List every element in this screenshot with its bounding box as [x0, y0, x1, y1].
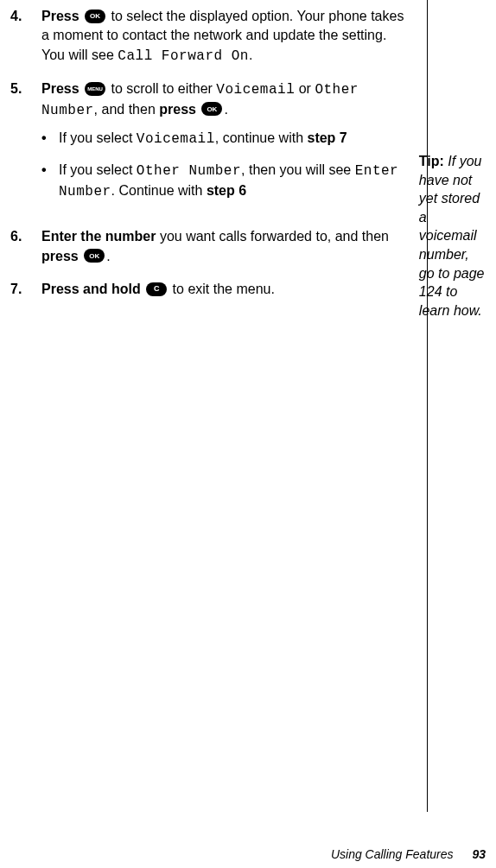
c-icon: C: [146, 282, 167, 296]
step-7-text1: to exit the menu.: [173, 282, 275, 296]
step-5-sub2-text1: If you select: [59, 162, 137, 177]
step-5-body: Press MENU to scroll to either Voicemail…: [41, 79, 410, 213]
step-5-sub2-bold: step 6: [207, 183, 246, 198]
step-5-sub1-text2: , continue with: [215, 130, 308, 145]
step-5-sub2-text2: , then you will see: [241, 162, 355, 177]
step-5-number: 5.: [10, 79, 41, 213]
step-4-press: Press: [41, 9, 79, 23]
page-content: 4. Press OK to select the displayed opti…: [0, 0, 496, 842]
step-5-lcd1: Voicemail: [216, 82, 295, 98]
ok-icon: OK: [84, 249, 105, 263]
step-5-text2: or: [299, 81, 315, 96]
step-5-text3: , and then: [94, 102, 160, 117]
step-7-body: Press and hold C to exit the menu.: [41, 280, 410, 299]
step-5-sub1-lcd1: Voicemail: [137, 131, 215, 147]
step-4-number: 4.: [10, 7, 41, 66]
step-6: 6. Enter the number you want calls forwa…: [10, 227, 410, 266]
footer-section: Using Calling Features: [331, 847, 454, 861]
step-7-number: 7.: [10, 280, 41, 299]
menu-icon: MENU: [85, 82, 105, 96]
step-5-press: Press: [41, 81, 79, 96]
step-6-press: press: [41, 249, 79, 263]
main-column: 4. Press OK to select the displayed opti…: [10, 7, 417, 816]
step-5-press2: press: [159, 102, 196, 117]
page-footer: Using Calling Features 93: [331, 847, 486, 861]
step-5-text4: .: [224, 102, 227, 117]
vertical-divider: [427, 0, 428, 812]
step-5: 5. Press MENU to scroll to either Voicem…: [10, 79, 410, 213]
step-5-sub2: • If you select Other Number, then you w…: [41, 161, 410, 201]
step-5-sub2-lcd1: Other Number: [137, 163, 241, 179]
step-4-text2: .: [249, 48, 252, 62]
bullet-icon: •: [41, 129, 59, 149]
step-5-text1: to scroll to either: [111, 81, 217, 96]
tip-label: Tip:: [419, 154, 444, 168]
step-7-bold1: Press and hold: [41, 282, 141, 296]
step-5-sub2-text3: . Continue with: [111, 183, 207, 198]
step-4-lcd1: Call Forward On: [118, 48, 249, 64]
step-5-sub1: • If you select Voicemail, continue with…: [41, 129, 410, 149]
step-7: 7. Press and hold C to exit the menu.: [10, 280, 410, 299]
step-5-sublist: • If you select Voicemail, continue with…: [41, 129, 410, 201]
ok-icon: OK: [201, 102, 222, 116]
step-6-bold1: Enter the number: [41, 229, 156, 244]
step-6-number: 6.: [10, 227, 41, 266]
step-5-sub1-body: If you select Voicemail, continue with s…: [59, 129, 347, 149]
step-4-body: Press OK to select the displayed option.…: [41, 7, 410, 66]
tip-body: If you have not yet stored a voicemail n…: [419, 154, 485, 318]
step-5-sub2-body: If you select Other Number, then you wil…: [59, 161, 410, 201]
step-4: 4. Press OK to select the displayed opti…: [10, 7, 410, 66]
ok-icon: OK: [85, 10, 105, 23]
step-6-text2: .: [106, 249, 110, 263]
step-6-body: Enter the number you want calls forwarde…: [41, 227, 410, 266]
step-5-sub1-bold: step 7: [307, 130, 347, 145]
step-6-text1: you want calls forwarded to, and then: [156, 229, 389, 244]
footer-page-number: 93: [472, 847, 486, 861]
bullet-icon: •: [41, 161, 59, 201]
step-5-sub1-text1: If you select: [59, 130, 137, 145]
